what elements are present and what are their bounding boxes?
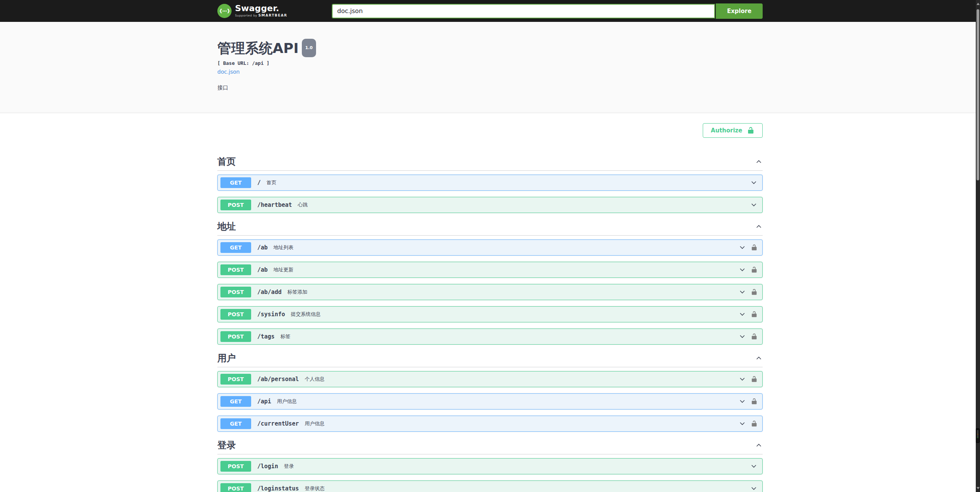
lock-icon[interactable] xyxy=(751,398,758,405)
section-title: 登录 xyxy=(217,439,236,451)
scheme-container: Authorize xyxy=(0,113,980,147)
method-badge: POST xyxy=(220,200,251,210)
section-header[interactable]: 用户 xyxy=(217,352,763,367)
method-badge: GET xyxy=(220,418,251,429)
lock-icon[interactable] xyxy=(751,420,758,427)
lock-icon[interactable] xyxy=(751,376,758,383)
operation-path: /currentUser xyxy=(257,420,299,427)
scrollbar-down-arrow-icon[interactable] xyxy=(977,487,980,489)
page-title: 管理系统API1.0 xyxy=(217,40,763,59)
api-tag-section: 首页GET/首页POST/heartbeat心跳 xyxy=(217,156,763,213)
section-header[interactable]: 首页 xyxy=(217,156,763,171)
operation-row[interactable]: GET/api用户信息 xyxy=(217,393,763,409)
chevron-down-icon[interactable] xyxy=(738,420,746,428)
swagger-logo[interactable]: {···} Swagger. Supported by SMARTBEAR xyxy=(217,4,287,18)
method-badge: POST xyxy=(220,309,251,320)
operation-row[interactable]: POST/ab/personal个人信息 xyxy=(217,371,763,387)
chevron-down-icon[interactable] xyxy=(750,462,758,470)
section-header[interactable]: 登录 xyxy=(217,439,763,454)
method-badge: GET xyxy=(220,242,251,253)
operation-path: /ab/add xyxy=(257,289,281,296)
scrollbar-track[interactable] xyxy=(976,0,980,492)
operation-row[interactable]: POST/tags标签 xyxy=(217,329,763,345)
operations-area: 首页GET/首页POST/heartbeat心跳地址GET/ab地址列表POST… xyxy=(0,147,980,492)
operation-summary: 心跳 xyxy=(298,201,308,208)
method-badge: POST xyxy=(220,483,251,492)
api-description: 接口 xyxy=(217,84,763,91)
api-tag-section: 地址GET/ab地址列表POST/ab地址更新POST/ab/add标签添加PO… xyxy=(217,221,763,345)
chevron-down-icon[interactable] xyxy=(738,398,746,405)
topbar: {···} Swagger. Supported by SMARTBEAR Ex… xyxy=(0,0,980,22)
section-title: 地址 xyxy=(217,221,236,232)
operation-summary: 个人信息 xyxy=(305,376,324,383)
lock-icon[interactable] xyxy=(751,266,758,273)
operation-row[interactable]: POST/heartbeat心跳 xyxy=(217,197,763,213)
operation-path: /heartbeat xyxy=(257,201,292,208)
operation-row[interactable]: GET/ab地址列表 xyxy=(217,239,763,256)
authorize-label: Authorize xyxy=(711,127,742,134)
operation-summary: 登录状态 xyxy=(305,485,324,492)
method-badge: GET xyxy=(220,396,251,407)
operation-row[interactable]: GET/currentUser用户信息 xyxy=(217,416,763,432)
lock-icon[interactable] xyxy=(751,311,758,318)
operation-path: /login xyxy=(257,463,278,470)
chevron-up-icon[interactable] xyxy=(755,158,763,165)
chevron-down-icon[interactable] xyxy=(750,485,758,492)
section-title: 用户 xyxy=(217,352,236,364)
chevron-down-icon[interactable] xyxy=(750,179,758,187)
chevron-up-icon[interactable] xyxy=(755,223,763,230)
info-section: 管理系统API1.0 [ Base URL: /api ] doc.json 接… xyxy=(0,22,980,113)
operation-summary: 首页 xyxy=(267,179,276,186)
scrollbar-minimap xyxy=(976,428,980,443)
operation-path: /api xyxy=(257,398,271,405)
scrollbar-thumb[interactable] xyxy=(977,9,979,180)
logo-tagline: Supported by SMARTBEAR xyxy=(235,13,287,17)
operation-summary: 地址列表 xyxy=(273,244,293,251)
section-title: 首页 xyxy=(217,156,236,167)
operation-summary: 标签 xyxy=(280,333,290,340)
authorize-button[interactable]: Authorize xyxy=(703,123,763,138)
chevron-down-icon[interactable] xyxy=(738,288,746,296)
spec-url-input[interactable] xyxy=(332,4,715,18)
chevron-down-icon[interactable] xyxy=(738,244,746,251)
operation-row[interactable]: POST/sysinfo提交系统信息 xyxy=(217,306,763,322)
unlock-icon xyxy=(747,127,755,134)
operation-path: /loginstatus xyxy=(257,485,299,492)
operation-path: /ab xyxy=(257,266,268,273)
chevron-down-icon[interactable] xyxy=(750,201,758,209)
method-badge: POST xyxy=(220,331,251,342)
method-badge: POST xyxy=(220,461,251,472)
explore-button[interactable]: Explore xyxy=(716,3,763,19)
operation-row[interactable]: POST/loginstatus登录状态 xyxy=(217,480,763,492)
lock-icon[interactable] xyxy=(751,244,758,251)
operation-path: /tags xyxy=(257,333,275,340)
api-tag-section: 用户POST/ab/personal个人信息GET/api用户信息GET/cur… xyxy=(217,352,763,432)
operation-path: / xyxy=(257,179,261,186)
section-header[interactable]: 地址 xyxy=(217,221,763,236)
spec-link[interactable]: doc.json xyxy=(217,69,240,75)
method-badge: POST xyxy=(220,374,251,385)
operation-path: /ab/personal xyxy=(257,376,299,383)
operation-row[interactable]: POST/ab/add标签添加 xyxy=(217,284,763,300)
method-badge: GET xyxy=(220,177,251,188)
chevron-down-icon[interactable] xyxy=(738,310,746,318)
operations-root: 首页GET/首页POST/heartbeat心跳地址GET/ab地址列表POST… xyxy=(210,156,770,492)
operation-path: /ab xyxy=(257,244,268,251)
operation-row[interactable]: GET/首页 xyxy=(217,175,763,191)
chevron-down-icon[interactable] xyxy=(738,375,746,383)
method-badge: POST xyxy=(220,287,251,297)
operation-summary: 用户信息 xyxy=(277,398,297,405)
chevron-down-icon[interactable] xyxy=(738,266,746,274)
logo-title: Swagger. xyxy=(235,4,287,13)
chevron-up-icon[interactable] xyxy=(755,354,763,362)
operation-row[interactable]: POST/login登录 xyxy=(217,458,763,474)
operation-summary: 用户信息 xyxy=(305,420,324,427)
scrollbar-up-arrow-icon[interactable] xyxy=(977,3,980,5)
method-badge: POST xyxy=(220,264,251,275)
chevron-down-icon[interactable] xyxy=(738,333,746,340)
lock-icon[interactable] xyxy=(751,333,758,340)
operation-path: /sysinfo xyxy=(257,311,285,318)
lock-icon[interactable] xyxy=(751,289,758,296)
operation-row[interactable]: POST/ab地址更新 xyxy=(217,262,763,278)
chevron-up-icon[interactable] xyxy=(755,441,763,449)
